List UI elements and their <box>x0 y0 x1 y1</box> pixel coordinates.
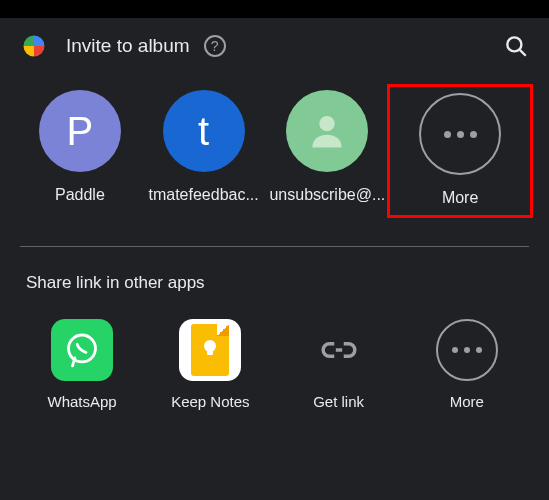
app-label: WhatsApp <box>48 393 117 410</box>
svg-point-2 <box>320 116 335 131</box>
contact-tmate[interactable]: t tmatefeedbac... <box>142 90 266 210</box>
contacts-row: P Paddle t tmatefeedbac... unsubscribe@.… <box>0 70 549 238</box>
avatar: t <box>163 90 245 172</box>
avatar <box>286 90 368 172</box>
contact-paddle[interactable]: P Paddle <box>18 90 142 210</box>
apps-row: WhatsApp Keep Notes Get link <box>0 301 549 430</box>
contact-unsubscribe[interactable]: unsubscribe@... <box>266 90 390 210</box>
app-label: Keep Notes <box>171 393 249 410</box>
contact-label: unsubscribe@... <box>269 186 385 204</box>
contact-more-highlighted[interactable]: More <box>387 84 533 218</box>
svg-rect-5 <box>207 351 213 355</box>
avatar-initial: t <box>198 109 209 154</box>
app-keep-notes[interactable]: Keep Notes <box>146 319 274 410</box>
link-icon <box>308 319 370 381</box>
dots-icon <box>444 131 477 138</box>
header-title: Invite to album <box>66 35 190 57</box>
app-label: Get link <box>313 393 364 410</box>
top-image-strip <box>0 0 549 18</box>
more-circle <box>419 93 501 175</box>
more-circle-icon <box>436 319 498 381</box>
svg-line-1 <box>520 50 526 56</box>
app-get-link[interactable]: Get link <box>275 319 403 410</box>
keep-notes-icon <box>179 319 241 381</box>
svg-point-4 <box>204 340 216 352</box>
app-label: More <box>450 393 484 410</box>
search-icon[interactable] <box>503 33 529 59</box>
whatsapp-icon <box>51 319 113 381</box>
google-photos-icon <box>20 32 48 60</box>
person-icon <box>305 109 349 153</box>
contact-label: tmatefeedbac... <box>148 186 258 204</box>
header-bar: Invite to album ? <box>0 18 549 70</box>
contact-label: More <box>442 189 478 207</box>
share-section-title: Share link in other apps <box>0 247 549 301</box>
app-more[interactable]: More <box>403 319 531 410</box>
svg-point-3 <box>69 335 96 362</box>
dots-icon <box>452 347 482 353</box>
avatar: P <box>39 90 121 172</box>
app-whatsapp[interactable]: WhatsApp <box>18 319 146 410</box>
contact-label: Paddle <box>55 186 105 204</box>
help-icon[interactable]: ? <box>204 35 226 57</box>
avatar-initial: P <box>67 109 94 154</box>
svg-point-0 <box>507 37 521 51</box>
